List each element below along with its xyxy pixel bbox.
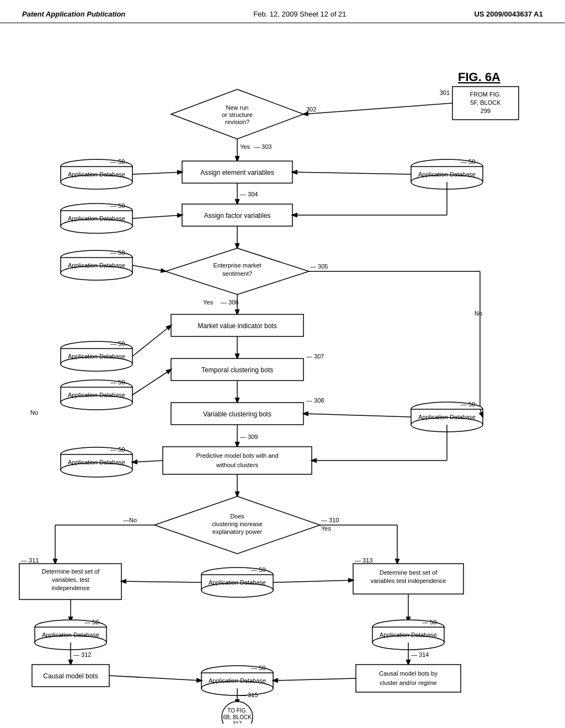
db-313b-num: — 50 <box>422 619 436 625</box>
header-publication: Patent Application Publication <box>22 10 125 18</box>
ref-304-above: — 304 <box>240 191 258 197</box>
block-311-text3: independence <box>51 585 89 591</box>
block-309-text2: without clusters <box>216 462 258 468</box>
from-fig-text3: 299 <box>481 108 491 114</box>
yes-310-label: Yes <box>321 525 331 532</box>
db-305-label: Application Database <box>68 262 125 269</box>
db-303-right-label: Application Database <box>418 171 476 178</box>
page-header: Patent Application Publication Feb. 12, … <box>0 0 565 23</box>
ref-302: 302 <box>306 106 316 113</box>
ref-310: — 310 <box>321 517 339 523</box>
ref-312-label: — 312 <box>73 651 91 658</box>
arrow-dbcenter-to-311 <box>121 581 201 582</box>
db-303-left-label: Application Database <box>68 171 125 178</box>
block-311-text1: Determine best set of <box>42 568 100 575</box>
block-307-text: Temporal clustering bots <box>201 366 273 374</box>
no-310-label: —No <box>123 517 137 523</box>
db-306-num: — 50 <box>110 340 125 347</box>
arrow-db303r-to-303 <box>292 172 411 174</box>
db-307-num: — 50 <box>110 379 125 386</box>
diamond-310-text2: clustering increase <box>212 521 263 527</box>
block-314-text1: Causal model bots by <box>379 670 438 677</box>
diamond-305-text2: sentiment? <box>222 270 252 277</box>
block-311-text2: variables, test <box>52 576 89 583</box>
diamond-305-text1: Enterprise market <box>214 262 262 269</box>
block-304-text: Assign factor variables <box>204 212 271 220</box>
diamond-310-text3: explanatory power <box>212 528 262 535</box>
arrow-db303-to-303 <box>132 172 182 174</box>
diagram-area: FIG. 6A FROM FIG. 5F, BLOCK 299 301 New … <box>0 23 565 724</box>
arrow-312-to-dbbot <box>109 676 201 681</box>
ref-307: — 307 <box>306 353 324 360</box>
db-313b-label: Application Database <box>380 631 437 638</box>
ref-301: 301 <box>440 89 450 96</box>
arrow-db305-to-305 <box>132 265 166 271</box>
diamond-310-text1: Does <box>230 513 244 520</box>
from-fig-text: FROM FIG. <box>470 91 502 98</box>
db-center-num: — 50 <box>251 566 265 573</box>
db-304-label: Application Database <box>68 215 125 222</box>
db-307-label: Application Database <box>68 392 125 398</box>
db-bot-num: — 50 <box>251 665 265 671</box>
page: Patent Application Publication Feb. 12, … <box>0 0 565 728</box>
arrow-314-to-dbbot <box>273 678 356 681</box>
db-center-label: Application Database <box>209 579 266 586</box>
block-313-text1: Determine best set of <box>380 569 438 576</box>
no-label-left: No <box>30 409 38 416</box>
arrow-dbcenter-to-313 <box>273 580 353 582</box>
block-309 <box>163 447 312 474</box>
header-patent-num: US 2009/0043637 A1 <box>474 10 543 18</box>
ref-313: — 313 <box>355 557 372 564</box>
db-309-label: Application Database <box>68 459 125 465</box>
ref-314-label: — 314 <box>411 651 429 658</box>
arrow-db306-to-306 <box>132 325 171 356</box>
arrow-309-to-db309 <box>132 461 163 462</box>
yes-306-label: Yes <box>203 299 213 306</box>
ref-305: — 305 <box>310 263 328 270</box>
diamond-302-text1: New run <box>226 104 249 111</box>
db-303-left-num: — 50 <box>110 158 125 165</box>
arrow-db308r-to-308 <box>303 414 411 417</box>
block-314 <box>356 665 461 692</box>
block-303-text: Assign element variables <box>200 169 274 176</box>
to-fig-text1: TO FIG. <box>227 708 247 714</box>
from-fig-text2: 5F, BLOCK <box>470 99 501 106</box>
block-309-text1: Predictive model bots with and <box>196 452 278 459</box>
to-fig-text2: 6B, BLOCK <box>223 714 252 720</box>
arrow-db304-to-304 <box>132 215 182 218</box>
block-314-text2: cluster and/or regime <box>380 679 436 686</box>
db-311b-num: — 50 <box>84 619 99 625</box>
block-306-text: Market value indicator bots <box>198 322 276 330</box>
db-305-num: — 50 <box>110 249 125 256</box>
arrow-db307-to-307 <box>132 370 171 395</box>
block-313-text2: variables test independence <box>371 577 446 584</box>
db-303-right-num: — 50 <box>461 158 475 165</box>
db-309-num: — 50 <box>110 446 125 453</box>
ref-309-above: — 309 <box>240 433 258 440</box>
db-bot-label: Application Database <box>209 677 266 684</box>
block-308-text: Variable clustering bots <box>203 410 271 418</box>
figure-title: FIG. 6A <box>458 70 500 84</box>
db-306-label: Application Database <box>68 353 125 360</box>
diamond-302-text3: revision? <box>225 119 249 125</box>
no-305-label: No <box>475 310 482 317</box>
ref-303-label: — 303 <box>254 143 271 150</box>
db-304-num: — 50 <box>110 202 125 209</box>
block-312-text: Causal model bots <box>43 672 98 680</box>
flowchart-svg: FIG. 6A FROM FIG. 5F, BLOCK 299 301 New … <box>0 23 565 724</box>
arrow-fromfig-to-302 <box>303 103 452 114</box>
header-date-sheet: Feb. 12, 2009 Sheet 12 of 21 <box>253 10 346 18</box>
ref-311: — 311 <box>21 557 39 564</box>
ref-315: — 315 <box>240 692 258 698</box>
ref-308: — 308 <box>306 397 324 404</box>
db-308-right-label: Application Database <box>418 414 476 420</box>
ref-306-label: — 306 <box>221 299 238 306</box>
db-308-right-num: — 50 <box>461 401 475 408</box>
db-311b-label: Application Database <box>42 631 99 638</box>
yes-303-label: Yes <box>240 143 250 150</box>
diamond-302-text2: or structure <box>222 111 253 118</box>
to-fig-text3: 317 <box>233 721 242 724</box>
